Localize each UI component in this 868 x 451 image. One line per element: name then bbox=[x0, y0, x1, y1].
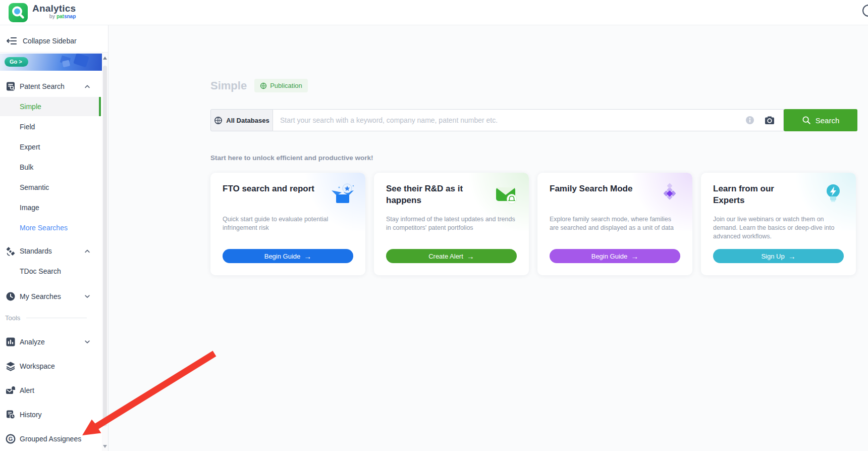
promo-banner[interactable]: Go > bbox=[0, 54, 102, 71]
database-selector[interactable]: All Databases bbox=[210, 109, 273, 131]
sidebar-item-tdoc-search[interactable]: TDoc Search bbox=[0, 262, 101, 281]
workspace-box-icon bbox=[5, 361, 16, 372]
sidebar-scrollbar[interactable] bbox=[102, 53, 108, 451]
scroll-down-icon[interactable] bbox=[103, 445, 107, 448]
search-magnifier-icon bbox=[802, 116, 811, 125]
lightbulb-bolt-icon bbox=[819, 180, 848, 209]
standards-satellite-icon bbox=[5, 245, 16, 257]
sidebar-item-more-searches[interactable]: More Searches bbox=[0, 218, 101, 237]
sidebar-item-alert[interactable]: Alert bbox=[0, 381, 101, 400]
active-indicator bbox=[99, 97, 101, 116]
publication-globe-icon bbox=[260, 82, 267, 89]
arrow-right-icon: → bbox=[467, 253, 474, 260]
sidebar-group-standards[interactable]: Standards bbox=[0, 241, 101, 261]
banner-illustration bbox=[62, 60, 70, 68]
sign-up-button[interactable]: Sign Up → bbox=[713, 249, 844, 263]
chevron-down-icon[interactable] bbox=[84, 293, 91, 300]
quickstart-cards: FTO search and report Quick start guide … bbox=[210, 173, 856, 275]
chevron-up-icon[interactable] bbox=[84, 247, 91, 255]
sidebar-item-expert[interactable]: Expert bbox=[0, 137, 101, 157]
intro-text: Start here to unlock efficient and produ… bbox=[210, 154, 373, 162]
main-content: Simple Publication All Databases bbox=[108, 25, 868, 451]
scrollbar-thumb[interactable] bbox=[103, 66, 107, 426]
info-icon[interactable] bbox=[745, 116, 754, 125]
clock-icon bbox=[5, 291, 16, 302]
card-title: FTO search and report bbox=[223, 183, 314, 194]
sidebar-item-field[interactable]: Field bbox=[0, 117, 101, 136]
collapse-sidebar-button[interactable]: Collapse Sidebar bbox=[0, 30, 108, 52]
begin-guide-button[interactable]: Begin Guide → bbox=[223, 249, 353, 263]
search-button[interactable]: Search bbox=[784, 109, 857, 131]
brand-snap: snap bbox=[64, 14, 76, 19]
top-header: Analytics by patsnap bbox=[0, 0, 868, 25]
search-input-wrap bbox=[273, 109, 784, 131]
patent-search-icon bbox=[5, 81, 16, 92]
divider bbox=[0, 52, 108, 53]
sidebar-item-image[interactable]: Image bbox=[0, 198, 101, 217]
sidebar-item-semantic[interactable]: Semantic bbox=[0, 178, 101, 197]
sidebar-group-my-searches[interactable]: My Searches bbox=[0, 287, 101, 306]
tools-section-header: Tools bbox=[0, 308, 101, 327]
app-logo[interactable]: Analytics by patsnap bbox=[9, 3, 76, 22]
search-input[interactable] bbox=[280, 116, 736, 124]
camera-search-icon[interactable] bbox=[764, 115, 775, 125]
card-description: Quick start guide to evaluate potential … bbox=[223, 215, 353, 232]
arrow-right-icon: → bbox=[631, 253, 638, 260]
sidebar-item-simple[interactable]: Simple bbox=[0, 97, 101, 116]
chevron-down-icon[interactable] bbox=[84, 338, 91, 345]
card-rd-alerts: See their R&D as it happens Stay informe… bbox=[374, 173, 529, 275]
arrow-right-icon: → bbox=[304, 253, 311, 260]
sidebar-group-analyze[interactable]: Analyze bbox=[0, 332, 101, 352]
gift-box-icon bbox=[328, 180, 357, 209]
user-avatar-icon[interactable] bbox=[862, 5, 868, 17]
patsnap-logo-icon bbox=[9, 3, 28, 22]
banner-illustration bbox=[73, 54, 89, 67]
sidebar: Collapse Sidebar Go > Patent Search Simp… bbox=[0, 25, 108, 451]
alert-envelope-bell-icon bbox=[5, 385, 16, 396]
card-description: Join our live webinars or watch them on … bbox=[713, 215, 844, 241]
card-family-search: Family Search Mode Explore family search… bbox=[537, 173, 692, 275]
collapse-sidebar-label: Collapse Sidebar bbox=[23, 37, 77, 45]
globe-icon bbox=[214, 116, 223, 125]
bar-chart-icon bbox=[5, 336, 16, 347]
begin-guide-button[interactable]: Begin Guide → bbox=[550, 249, 680, 263]
card-description: Stay informed of the latest updates and … bbox=[386, 215, 517, 232]
sidebar-item-grouped-assignees[interactable]: G Grouped Assignees bbox=[0, 429, 101, 448]
sidebar-group-patent-search[interactable]: Patent Search bbox=[0, 77, 101, 96]
arrow-right-icon: → bbox=[788, 253, 796, 260]
brand-pat: pat bbox=[57, 14, 64, 19]
create-alert-button[interactable]: Create Alert → bbox=[386, 249, 517, 263]
search-bar: All Databases Search bbox=[210, 109, 857, 131]
sidebar-item-workspace[interactable]: Workspace bbox=[0, 357, 101, 376]
chevron-up-icon[interactable] bbox=[84, 83, 91, 90]
svg-text:G: G bbox=[9, 436, 13, 442]
collapse-sidebar-icon bbox=[6, 35, 17, 46]
family-cubes-icon bbox=[655, 180, 684, 209]
sidebar-item-history[interactable]: History bbox=[0, 405, 101, 424]
card-learn-experts: Learn from our Experts Join our live web… bbox=[701, 173, 856, 275]
card-title: Learn from our Experts bbox=[713, 183, 776, 206]
scroll-up-icon[interactable] bbox=[103, 57, 107, 60]
history-clock-icon bbox=[5, 409, 16, 420]
card-fto-search: FTO search and report Quick start guide … bbox=[210, 173, 365, 275]
divider bbox=[26, 318, 87, 318]
grouped-assignees-icon: G bbox=[5, 433, 16, 444]
page-title: Simple bbox=[210, 79, 247, 92]
banner-go-button[interactable]: Go > bbox=[5, 57, 28, 67]
publication-badge[interactable]: Publication bbox=[254, 79, 308, 92]
card-title: Family Search Mode bbox=[550, 183, 632, 194]
card-title: See their R&D as it happens bbox=[386, 183, 467, 206]
byline: by patsnap bbox=[49, 14, 76, 19]
envelope-bell-icon bbox=[492, 180, 521, 209]
sidebar-item-bulk[interactable]: Bulk bbox=[0, 158, 101, 177]
app-name: Analytics bbox=[32, 3, 76, 14]
card-description: Explore family search mode, where famili… bbox=[550, 215, 680, 232]
